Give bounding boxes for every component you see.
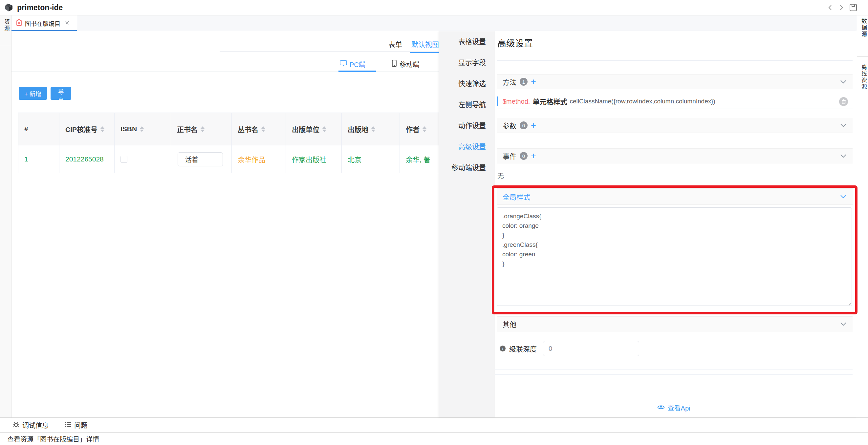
view-tabs: 表单 默认视图	[220, 37, 450, 52]
phone-icon	[392, 60, 397, 69]
menu-display-fields[interactable]: 显示字段	[439, 52, 495, 73]
menu-mobile-settings[interactable]: 移动端设置	[439, 157, 495, 178]
column-header-title: 正书名	[171, 113, 232, 146]
left-rail: 资源	[0, 15, 11, 417]
section-label: 其他	[503, 319, 517, 329]
column-header-series: 丛书名	[232, 113, 286, 146]
document-tab-bar: 图书在版编目	[11, 15, 857, 31]
sort-control[interactable]	[100, 126, 104, 132]
global-style-label: 全局样式	[503, 192, 530, 201]
chevron-down-icon[interactable]	[840, 123, 847, 127]
settings-body: 高级设置 方法 1 + $method. 单元格样式 cellClassName…	[495, 31, 857, 417]
cascade-depth-input[interactable]	[543, 341, 639, 356]
cascade-depth-row: i 级联深度	[495, 341, 850, 356]
cell-cip: 2012265028	[59, 146, 115, 173]
menu-table-settings[interactable]: 表格设置	[439, 31, 495, 52]
divider	[495, 375, 852, 375]
chevron-down-icon[interactable]	[840, 322, 847, 326]
menu-action-settings[interactable]: 动作设置	[439, 115, 495, 136]
menu-left-nav[interactable]: 左侧导航	[439, 94, 495, 115]
debug-info-button[interactable]: 调试信息	[12, 420, 49, 430]
chevron-down-icon[interactable]	[840, 80, 847, 84]
table-row: 1 2012265028 余华作品 作家出版社 北京 余华, 著	[19, 146, 457, 173]
title-bar: primeton-ide	[0, 0, 868, 15]
active-device-tab-underline	[338, 70, 376, 72]
tab-default-view[interactable]: 默认视图	[411, 39, 439, 49]
column-header-place: 出版地	[342, 113, 400, 146]
nav-forward-icon[interactable]	[838, 4, 845, 12]
export-button[interactable]: 导出	[51, 87, 71, 100]
right-rail-offline-resources[interactable]: 离线资源	[860, 64, 868, 90]
method-count-badge: 1	[520, 78, 528, 86]
sort-control[interactable]	[322, 126, 326, 132]
save-icon[interactable]	[849, 3, 858, 13]
column-header-cip: CIP核准号	[59, 113, 115, 146]
status-text: 查看资源「图书在版编目」详情	[7, 434, 99, 444]
cascade-depth-label: 级联深度	[509, 344, 537, 353]
cell-publisher: 作家出版社	[286, 146, 342, 173]
tab-book-cip[interactable]: 图书在版编目	[11, 15, 77, 31]
add-method-button[interactable]: +	[531, 78, 536, 85]
debug-bug-icon	[12, 421, 20, 430]
param-count-badge: 0	[520, 121, 528, 129]
column-header-isbn: ISBN	[115, 113, 171, 146]
view-api-link[interactable]: 查看Api	[495, 403, 852, 413]
cell-place: 北京	[342, 146, 400, 173]
global-style-editor[interactable]: .orangeClass{ color: orange } .greenClas…	[497, 208, 852, 306]
tab-mobile[interactable]: 移动端	[392, 59, 419, 69]
section-events: 事件 0 +	[497, 148, 852, 163]
problems-label: 问题	[74, 420, 87, 430]
method-item-row[interactable]: $method. 单元格样式 cellClassName({row,rowInd…	[497, 94, 852, 109]
section-label: 参数	[503, 121, 517, 130]
divider	[497, 60, 852, 61]
tab-mobile-label: 移动端	[400, 59, 419, 69]
svg-text:i: i	[502, 346, 503, 351]
nav-back-icon[interactable]	[827, 4, 834, 12]
chevron-down-icon[interactable]	[840, 195, 847, 198]
method-prefix: $method.	[503, 98, 530, 105]
tab-form[interactable]: 表单	[389, 39, 402, 49]
chevron-down-icon[interactable]	[840, 154, 847, 158]
left-rail-resources[interactable]: 资源	[2, 19, 10, 32]
tab-close-icon[interactable]	[65, 20, 69, 26]
sort-control[interactable]	[261, 126, 265, 132]
isbn-checkbox[interactable]	[121, 156, 127, 163]
app-logo-icon	[4, 3, 14, 14]
eye-icon	[657, 404, 665, 412]
title-input[interactable]	[178, 152, 223, 166]
panel-title: 高级设置	[497, 36, 533, 49]
app-window: primeton-ide 资源 数据源 离线资源	[0, 0, 868, 445]
add-event-button[interactable]: +	[531, 153, 536, 159]
delete-method-button[interactable]	[839, 97, 848, 106]
sort-control[interactable]	[140, 126, 144, 132]
section-global-style: 全局样式	[497, 188, 852, 205]
problems-button[interactable]: 问题	[64, 420, 87, 430]
tab-pc[interactable]: PC端	[340, 59, 365, 69]
info-icon: i	[499, 345, 506, 352]
debug-info-label: 调试信息	[22, 420, 49, 430]
settings-menu: 表格设置 显示字段 快速筛选 左侧导航 动作设置 高级设置 移动端设置	[439, 31, 495, 417]
view-api-label: 查看Api	[668, 403, 690, 413]
column-header-publisher: 出版单位	[286, 113, 342, 146]
cell-series: 余华作品	[232, 146, 286, 173]
form-doc-icon	[16, 19, 22, 27]
divider	[495, 370, 852, 370]
settings-panel: 表格设置 显示字段 快速筛选 左侧导航 动作设置 高级设置 移动端设置 高级设置…	[439, 31, 857, 417]
add-button[interactable]: + 新增	[19, 87, 47, 100]
column-header-index: #	[19, 113, 59, 146]
cell-index: 1	[19, 146, 59, 173]
status-bar: 查看资源「图书在版编目」详情	[0, 432, 868, 445]
sort-control[interactable]	[371, 126, 375, 132]
section-other: 其他	[497, 316, 852, 331]
tab-label: 图书在版编目	[25, 19, 60, 28]
method-signature: cellClassName({row,rowIndex,column,colum…	[569, 98, 715, 105]
add-param-button[interactable]: +	[531, 122, 536, 129]
right-rail-datasource[interactable]: 数据源	[860, 18, 868, 38]
menu-advanced-settings[interactable]: 高级设置	[439, 136, 495, 157]
menu-quick-filter[interactable]: 快速筛选	[439, 73, 495, 94]
section-methods: 方法 1 +	[497, 74, 852, 89]
section-label: 方法	[503, 77, 517, 87]
sort-control[interactable]	[200, 126, 205, 132]
app-title: primeton-ide	[17, 3, 63, 12]
sort-control[interactable]	[423, 126, 427, 132]
